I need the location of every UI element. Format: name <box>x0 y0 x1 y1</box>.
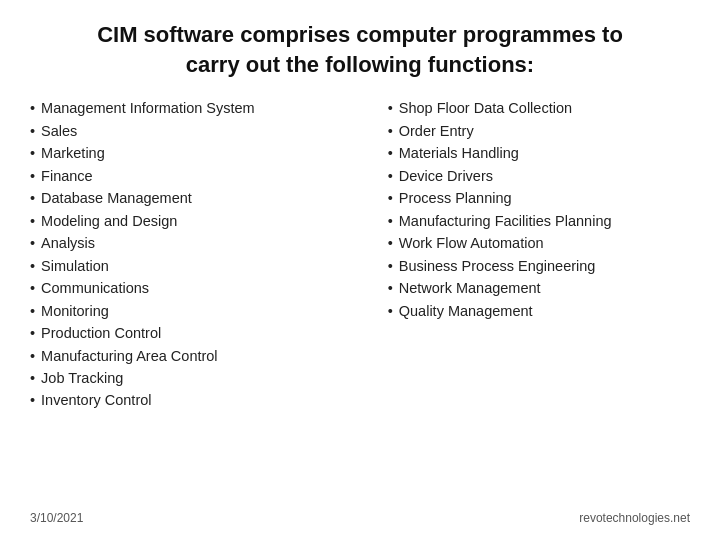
bullet-symbol: • <box>388 210 393 232</box>
left-item-text: Communications <box>41 277 378 299</box>
list-item: •Finance <box>30 165 378 187</box>
slide: CIM software comprises computer programm… <box>0 0 720 540</box>
left-item-text: Analysis <box>41 232 378 254</box>
footer-date: 3/10/2021 <box>30 511 83 525</box>
bullet-symbol: • <box>388 255 393 277</box>
right-item-text: Materials Handling <box>399 142 690 164</box>
list-item: •Simulation <box>30 255 378 277</box>
right-item-text: Manufacturing Facilities Planning <box>399 210 690 232</box>
list-item: •Production Control <box>30 322 378 344</box>
left-item-text: Monitoring <box>41 300 378 322</box>
bullet-symbol: • <box>30 300 35 322</box>
list-item: •Shop Floor Data Collection <box>388 97 690 119</box>
left-item-text: Simulation <box>41 255 378 277</box>
bullet-symbol: • <box>30 345 35 367</box>
list-item: •Modeling and Design <box>30 210 378 232</box>
left-item-text: Marketing <box>41 142 378 164</box>
list-item: •Management Information System <box>30 97 378 119</box>
right-item-text: Device Drivers <box>399 165 690 187</box>
slide-title: CIM software comprises computer programm… <box>30 20 690 79</box>
right-column: •Shop Floor Data Collection•Order Entry•… <box>388 97 690 503</box>
list-item: •Materials Handling <box>388 142 690 164</box>
right-item-text: Shop Floor Data Collection <box>399 97 690 119</box>
bullet-symbol: • <box>30 232 35 254</box>
bullet-symbol: • <box>30 142 35 164</box>
right-item-text: Quality Management <box>399 300 690 322</box>
list-item: •Manufacturing Facilities Planning <box>388 210 690 232</box>
list-item: •Marketing <box>30 142 378 164</box>
list-item: •Process Planning <box>388 187 690 209</box>
bullet-symbol: • <box>30 277 35 299</box>
bullet-symbol: • <box>30 210 35 232</box>
bullet-symbol: • <box>388 300 393 322</box>
list-item: •Device Drivers <box>388 165 690 187</box>
title-line1: CIM software comprises computer programm… <box>97 22 623 47</box>
list-item: •Monitoring <box>30 300 378 322</box>
left-column: •Management Information System•Sales•Mar… <box>30 97 378 503</box>
bullet-symbol: • <box>30 120 35 142</box>
left-item-text: Database Management <box>41 187 378 209</box>
list-item: •Database Management <box>30 187 378 209</box>
left-item-text: Job Tracking <box>41 367 378 389</box>
bullet-symbol: • <box>30 255 35 277</box>
left-item-text: Management Information System <box>41 97 378 119</box>
bullet-symbol: • <box>30 165 35 187</box>
left-item-text: Manufacturing Area Control <box>41 345 378 367</box>
left-item-text: Finance <box>41 165 378 187</box>
right-item-text: Work Flow Automation <box>399 232 690 254</box>
list-item: •Sales <box>30 120 378 142</box>
bullet-symbol: • <box>388 232 393 254</box>
list-item: •Work Flow Automation <box>388 232 690 254</box>
bullet-symbol: • <box>388 142 393 164</box>
bullet-symbol: • <box>30 389 35 411</box>
bullet-symbol: • <box>30 97 35 119</box>
right-item-text: Order Entry <box>399 120 690 142</box>
title-line2: carry out the following functions: <box>186 52 534 77</box>
bullet-symbol: • <box>30 367 35 389</box>
list-item: •Network Management <box>388 277 690 299</box>
bullet-symbol: • <box>388 187 393 209</box>
list-item: •Business Process Engineering <box>388 255 690 277</box>
list-item: •Analysis <box>30 232 378 254</box>
list-item: •Quality Management <box>388 300 690 322</box>
bullet-symbol: • <box>388 165 393 187</box>
bullet-symbol: • <box>388 277 393 299</box>
right-item-text: Business Process Engineering <box>399 255 690 277</box>
list-item: •Manufacturing Area Control <box>30 345 378 367</box>
bullet-symbol: • <box>30 187 35 209</box>
list-item: •Communications <box>30 277 378 299</box>
right-item-text: Network Management <box>399 277 690 299</box>
right-item-text: Process Planning <box>399 187 690 209</box>
content-area: •Management Information System•Sales•Mar… <box>30 97 690 503</box>
bullet-symbol: • <box>388 97 393 119</box>
left-item-text: Inventory Control <box>41 389 378 411</box>
left-item-text: Modeling and Design <box>41 210 378 232</box>
left-item-text: Sales <box>41 120 378 142</box>
list-item: •Order Entry <box>388 120 690 142</box>
list-item: •Job Tracking <box>30 367 378 389</box>
bullet-symbol: • <box>30 322 35 344</box>
footer-website: revotechnologies.net <box>579 511 690 525</box>
footer: 3/10/2021 revotechnologies.net <box>30 511 690 525</box>
bullet-symbol: • <box>388 120 393 142</box>
list-item: •Inventory Control <box>30 389 378 411</box>
left-item-text: Production Control <box>41 322 378 344</box>
